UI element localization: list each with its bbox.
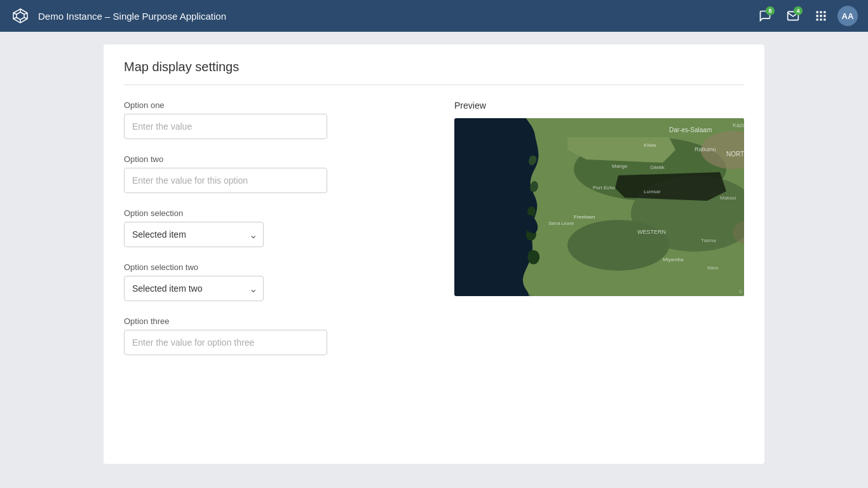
option-three-input[interactable] xyxy=(124,330,327,355)
header-title: Demo Instance – Single Purpose Applicati… xyxy=(38,11,226,22)
svg-rect-16 xyxy=(824,18,825,20)
app-logo[interactable] xyxy=(10,6,31,26)
svg-text:WESTERN: WESTERN xyxy=(637,229,666,235)
form-section: Option one Option two Option selection S… xyxy=(124,100,429,355)
svg-rect-9 xyxy=(820,11,822,13)
svg-rect-11 xyxy=(817,15,818,17)
svg-text:Freetown: Freetown xyxy=(574,214,595,220)
main-content: Map display settings Option one Option t… xyxy=(0,32,868,477)
apps-button[interactable] xyxy=(810,4,832,27)
settings-card: Map display settings Option one Option t… xyxy=(104,44,764,464)
mail-button[interactable]: 4 xyxy=(782,4,804,27)
svg-text:Mano: Mano xyxy=(707,266,719,270)
option-selection-select[interactable]: Selected item Option A Option B Option C xyxy=(124,222,264,247)
mail-badge: 4 xyxy=(794,6,803,15)
svg-rect-14 xyxy=(817,18,818,20)
user-avatar[interactable]: AA xyxy=(837,6,858,26)
svg-text:Port Echo: Port Echo xyxy=(593,185,616,191)
preview-section: Preview xyxy=(454,100,744,355)
svg-text:Gitetik: Gitetik xyxy=(650,165,665,170)
map-svg: Dar-es-Salaam Kazan Kilwa Ratkanu NORTHE… xyxy=(454,118,744,296)
option-three-label: Option three xyxy=(124,316,429,326)
svg-text:Lumsar: Lumsar xyxy=(644,189,661,194)
messages-button[interactable]: 8 xyxy=(754,4,776,27)
option-two-input[interactable] xyxy=(124,168,327,193)
svg-rect-10 xyxy=(824,11,825,13)
svg-text:©: © xyxy=(739,290,743,294)
svg-text:Kilwa: Kilwa xyxy=(644,142,656,148)
preview-map: Dar-es-Salaam Kazan Kilwa Ratkanu NORTHE… xyxy=(454,118,744,296)
svg-text:Mange: Mange xyxy=(612,163,628,169)
messages-badge: 8 xyxy=(766,6,775,15)
option-selection-wrapper: Selected item Option A Option B Option C… xyxy=(124,222,264,247)
svg-text:Sierra Leone: Sierra Leone xyxy=(548,221,574,226)
option-selection-two-select[interactable]: Selected item two Option X Option Y Opti… xyxy=(124,276,264,301)
svg-text:Dar-es-Salaam: Dar-es-Salaam xyxy=(669,126,712,133)
app-header: Demo Instance – Single Purpose Applicati… xyxy=(0,0,868,32)
svg-rect-13 xyxy=(824,15,825,17)
header-left: Demo Instance – Single Purpose Applicati… xyxy=(10,6,226,26)
option-two-label: Option two xyxy=(124,154,429,164)
svg-text:Ratkanu: Ratkanu xyxy=(695,146,716,152)
header-right: 8 4 AA xyxy=(754,4,858,27)
svg-marker-1 xyxy=(17,12,24,20)
svg-text:Tiaima: Tiaima xyxy=(701,238,716,243)
card-body: Option one Option two Option selection S… xyxy=(124,100,744,355)
option-one-input[interactable] xyxy=(124,114,327,139)
option-one-label: Option one xyxy=(124,100,429,110)
preview-label: Preview xyxy=(454,100,744,111)
svg-text:NORTHERN: NORTHERN xyxy=(726,151,744,158)
svg-text:Makasi: Makasi xyxy=(720,195,736,201)
svg-rect-15 xyxy=(820,18,822,20)
svg-text:Kazan: Kazan xyxy=(733,122,744,128)
svg-rect-12 xyxy=(820,15,822,17)
option-selection-two-wrapper: Selected item two Option X Option Y Opti… xyxy=(124,276,264,301)
option-selection-group: Option selection Selected item Option A … xyxy=(124,208,429,247)
option-selection-label: Option selection xyxy=(124,208,429,218)
option-selection-two-group: Option selection two Selected item two O… xyxy=(124,262,429,301)
option-selection-two-label: Option selection two xyxy=(124,262,429,272)
option-two-group: Option two xyxy=(124,154,429,193)
option-one-group: Option one xyxy=(124,100,429,139)
svg-point-21 xyxy=(567,220,669,271)
svg-rect-8 xyxy=(817,11,818,13)
option-three-group: Option three xyxy=(124,316,429,355)
svg-text:Miyamba: Miyamba xyxy=(663,257,684,262)
card-title: Map display settings xyxy=(124,60,744,85)
